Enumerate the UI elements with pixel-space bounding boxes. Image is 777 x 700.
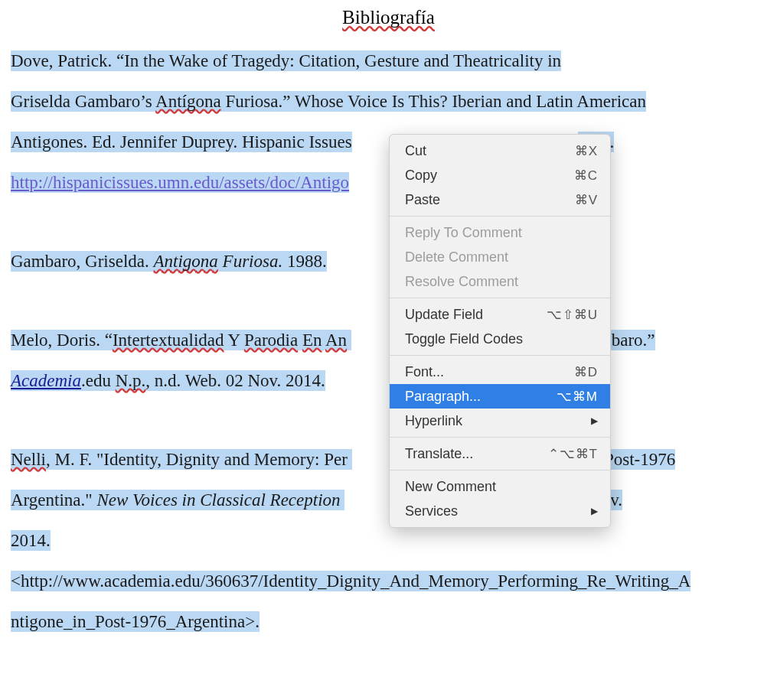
spellcheck-word: Antígona (155, 92, 221, 111)
text-fragment: Argentina." (11, 490, 96, 510)
menu-separator (390, 437, 610, 438)
selected-text: Griselda Gambaro’s Antígona Furiosa.” Wh… (11, 91, 646, 112)
spellcheck-word: An (325, 330, 347, 350)
menu-item-resolve-comment: Resolve Comment (390, 269, 610, 294)
menu-label: Font... (405, 364, 444, 380)
selected-text: ntigone_in_Post-1976_Argentina>. (11, 611, 260, 632)
menu-item-delete-comment: Delete Comment (390, 245, 610, 269)
menu-shortcut: ⌘X (575, 143, 598, 159)
menu-label: Copy (405, 168, 437, 184)
menu-separator (390, 298, 610, 298)
menu-item-paragraph[interactable]: Paragraph... ⌥⌘M (390, 384, 610, 409)
menu-item-services[interactable]: Services ▶ (390, 499, 610, 523)
menu-label: Update Field (405, 307, 483, 323)
text-fragment: , n.d. Web. 02 Nov. 2014. (145, 371, 325, 390)
menu-item-paste[interactable]: Paste ⌘V (390, 187, 610, 212)
selected-text: Dove, Patrick. “In the Wake of Tragedy: … (11, 50, 561, 71)
spellcheck-word: Antigona (154, 252, 218, 271)
selected-text: http://hispanicissues.umn.edu/assets/doc… (11, 172, 349, 193)
selected-text: Academia.edu N.p., n.d. Web. 02 Nov. 201… (11, 370, 325, 391)
selected-text: Melo, Doris. “Intertextualidad Y Parodia… (11, 330, 351, 350)
menu-item-copy[interactable]: Copy ⌘C (390, 163, 610, 187)
menu-item-hyperlink[interactable]: Hyperlink ▶ (390, 409, 610, 433)
menu-item-toggle-field-codes[interactable]: Toggle Field Codes (390, 327, 610, 351)
menu-shortcut: ⌘C (574, 168, 598, 184)
menu-label: Toggle Field Codes (405, 331, 523, 347)
menu-item-reply-to-comment: Reply To Comment (390, 220, 610, 245)
menu-separator (390, 216, 610, 217)
menu-separator (390, 355, 610, 356)
text-fragment: Furiosa.” Whose Voice Is This? Iberian a… (221, 92, 646, 111)
context-menu: Cut ⌘X Copy ⌘C Paste ⌘V Reply To Comment… (389, 134, 611, 528)
text-fragment: New Voices in Classical Reception (96, 490, 344, 510)
spellcheck-word: En (302, 330, 322, 350)
menu-label: Services (405, 503, 458, 519)
menu-shortcut: ⌥⌘M (557, 389, 598, 405)
text-fragment: Griselda Gambaro’s (11, 92, 155, 111)
text-fragment: 1988. (287, 252, 327, 271)
menu-label: Cut (405, 143, 426, 159)
menu-item-translate[interactable]: Translate... ⌃⌥⌘T (390, 441, 610, 466)
menu-shortcut: ⌘V (575, 192, 598, 208)
submenu-arrow-icon: ▶ (591, 415, 598, 426)
hyperlink[interactable]: http://hispanicissues.umn.edu/assets/doc… (11, 173, 349, 192)
menu-item-new-comment[interactable]: New Comment (390, 474, 610, 499)
menu-label: Translate... (405, 446, 473, 462)
text-fragment: .edu (81, 371, 116, 390)
text-fragment: Gambaro, Griselda. (11, 252, 154, 271)
menu-label: New Comment (405, 479, 496, 495)
text-fragment: Furiosa. (218, 252, 287, 271)
hyperlink[interactable]: Academia (11, 371, 81, 390)
menu-label: Reply To Comment (405, 225, 522, 241)
menu-label: Paste (405, 192, 440, 208)
text-fragment: Y (224, 330, 243, 350)
submenu-arrow-icon: ▶ (591, 506, 598, 516)
spellcheck-word: Intertextualidad (113, 330, 224, 350)
selected-text: Argentina." New Voices in Classical Rece… (11, 490, 344, 510)
menu-shortcut: ⌥⇧⌘U (547, 307, 598, 323)
menu-label: Resolve Comment (405, 274, 518, 290)
menu-item-update-field[interactable]: Update Field ⌥⇧⌘U (390, 302, 610, 327)
selected-text: 2014. (11, 530, 51, 551)
selected-text: Antigones. Ed. Jennifer Duprey. Hispanic… (11, 132, 352, 152)
selected-text: Nelli, M. F. "Identity, Dignity and Memo… (11, 449, 352, 470)
menu-label: Hyperlink (405, 413, 462, 429)
spellcheck-word: N.p. (116, 371, 146, 390)
menu-label: Delete Comment (405, 249, 508, 265)
menu-shortcut: ⌃⌥⌘T (548, 446, 598, 462)
selected-text: <http://www.academia.edu/360637/Identity… (11, 571, 690, 591)
page-title: Bibliografía (11, 8, 766, 27)
spellcheck-word: Nelli (11, 450, 46, 469)
menu-shortcut: ⌘D (574, 364, 598, 380)
menu-item-cut[interactable]: Cut ⌘X (390, 138, 610, 163)
text-fragment: , M. F. "Identity, Dignity and Memory: P… (46, 450, 348, 469)
text-fragment: Melo, Doris. “ (11, 330, 113, 350)
selected-text: Gambaro, Griselda. Antigona Furiosa. 198… (11, 251, 327, 272)
menu-separator (390, 470, 610, 470)
title-text: Bibliografía (342, 7, 435, 28)
menu-item-font[interactable]: Font... ⌘D (390, 360, 610, 384)
menu-label: Paragraph... (405, 389, 481, 405)
spellcheck-word: Parodia (244, 330, 298, 350)
